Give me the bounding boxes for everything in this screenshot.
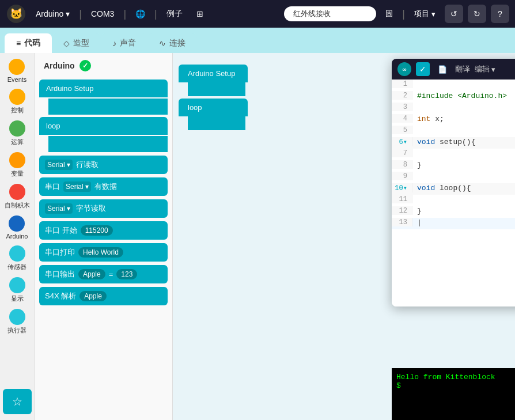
arduino-logo: ∞ (397, 62, 411, 76)
sidebar-label-arduino: Arduino (6, 233, 28, 240)
block-serial-readline[interactable]: Serial ▾ 行读取 (39, 156, 168, 174)
sidebar-item-arduino[interactable]: Arduino (6, 215, 28, 240)
print-value[interactable]: Hello World (78, 247, 123, 258)
block-serial-readbyte[interactable]: Serial ▾ 字节读取 (39, 199, 168, 218)
main-content: Events 控制 运算 变量 自制积木 Arduino 传感器 显示 (0, 53, 515, 420)
project-menu[interactable]: 项目 ▾ (410, 6, 440, 21)
translate-button[interactable]: 翻译 (455, 64, 470, 74)
output-val[interactable]: 123 (116, 269, 137, 279)
globe-icon: 🌐 (135, 9, 145, 18)
control-dot (9, 89, 25, 105)
search-bar[interactable]: 红外线接收 (284, 6, 376, 21)
output-label: 串口输出 (45, 269, 75, 279)
tab-sound[interactable]: ♪ 声音 (101, 33, 147, 53)
block-serial-hasdata[interactable]: 串口 Serial ▾ 有数据 (39, 177, 168, 196)
sidebar-item-events[interactable]: Events (7, 59, 27, 83)
serial-dropdown-2[interactable]: Serial ▾ (63, 181, 91, 192)
tab-bar: ≡ 代码 ◇ 造型 ♪ 声音 ∿ 连接 (0, 28, 515, 53)
sidebar-item-control[interactable]: 控制 (9, 89, 25, 115)
terminal-line-2: $ (396, 381, 515, 390)
code-line-10: 10▾ void loop(){ (392, 183, 515, 195)
example-label: 例子 (166, 9, 183, 19)
sidebar-label-variable: 变量 (11, 169, 24, 178)
separator-3: | (154, 8, 157, 20)
file-icon: 📄 (438, 65, 447, 74)
sidebar-item-display[interactable]: 显示 (9, 277, 25, 303)
arduino-menu[interactable]: Arduino ▾ (31, 7, 74, 21)
verify-button[interactable]: ✓ (416, 62, 430, 76)
sidebar-item-executor[interactable]: 执行器 (7, 309, 26, 335)
undo-button[interactable]: ↺ (445, 5, 463, 23)
output-var[interactable]: Apple (78, 269, 105, 279)
top-bar-right: 红外线接收 固 | 项目 ▾ ↺ ↻ ? (284, 5, 509, 23)
code-line-13: 13 | (392, 218, 515, 229)
sidebar-item-custom[interactable]: 自制积木 (5, 184, 30, 210)
bottom-sidebar-button[interactable]: ☆ (3, 389, 32, 414)
s4x-value[interactable]: Apple (79, 291, 107, 301)
com-port[interactable]: COM3 (86, 7, 119, 21)
sensor-dot (9, 245, 25, 262)
tab-connect-label: 连接 (169, 38, 185, 48)
puzzle-icon-btn[interactable]: ⊞ (192, 7, 208, 21)
code-line-12: 12 } (392, 206, 515, 218)
block-loop-body (48, 136, 168, 152)
sidebar-item-operator[interactable]: 运算 (9, 120, 25, 146)
sidebar-label-sensor: 传感器 (7, 263, 26, 271)
ws-block-loop[interactable]: loop (179, 99, 248, 116)
sidebar-item-variable[interactable]: 变量 (9, 152, 25, 178)
baud-value[interactable]: 115200 (81, 225, 113, 236)
redo-icon: ↻ (474, 9, 480, 18)
workspace-blocks: Arduino Setup loop (179, 65, 248, 130)
block-serial-print[interactable]: 串口打印 Hello World (39, 243, 168, 262)
fixed-label: 固 (381, 6, 397, 21)
arduino-arrow-icon: ▾ (66, 9, 70, 18)
begin-label: 串口 开始 (45, 225, 77, 236)
tab-connect-icon: ∿ (159, 39, 166, 48)
help-icon: ? (498, 9, 502, 18)
tab-code[interactable]: ≡ 代码 (5, 33, 52, 53)
code-panel: ∞ ✓ 📄 翻译 编辑 ▾ ↑ ✕ (392, 59, 515, 307)
sidebar-label-events: Events (7, 76, 27, 83)
code-line-11: 11 (392, 195, 515, 206)
block-s4x-parse[interactable]: S4X 解析 Apple (39, 287, 168, 305)
serial-dropdown-1[interactable]: Serial ▾ (45, 160, 73, 170)
terminal-line-1: Hello from Kittenblock (396, 373, 515, 381)
serial-dropdown-3[interactable]: Serial ▾ (45, 203, 73, 214)
tab-shape[interactable]: ◇ 造型 (52, 33, 101, 53)
edit-button[interactable]: 编辑 ▾ (475, 64, 495, 74)
events-dot (9, 59, 25, 75)
ws-block-setup[interactable]: Arduino Setup (179, 65, 248, 82)
redo-button[interactable]: ↻ (468, 5, 486, 23)
terminal[interactable]: Hello from Kittenblock $ (392, 368, 515, 420)
logo[interactable]: 🐱 (6, 3, 26, 24)
undo-icon: ↺ (450, 9, 457, 18)
code-line-5: 5 (392, 126, 515, 137)
code-line-9: 9 (392, 172, 515, 183)
tab-sound-icon: ♪ (112, 39, 116, 48)
block-serial-begin[interactable]: 串口 开始 115200 (39, 221, 168, 240)
separator-1: | (79, 8, 82, 20)
sidebar-label-custom: 自制积木 (5, 201, 30, 210)
readbyte-label: 字节读取 (76, 203, 106, 214)
workspace[interactable]: Arduino Setup loop ∞ ✓ 📄 翻译 编辑 ▾ (173, 53, 515, 420)
panel-title: Arduino ✓ (39, 58, 168, 76)
tab-sound-label: 声音 (120, 38, 136, 48)
custom-dot (9, 184, 25, 200)
example-menu[interactable]: 例子 (162, 6, 187, 21)
globe-button[interactable]: 🌐 (131, 7, 150, 21)
bottom-action-area: ☆ (3, 389, 32, 414)
sidebar: Events 控制 运算 变量 自制积木 Arduino 传感器 显示 (0, 53, 35, 420)
top-bar: 🐱 Arduino ▾ | COM3 | 🌐 | 例子 ⊞ 红外线接收 固 | … (0, 0, 515, 28)
code-line-4: 4 int x; (392, 114, 515, 126)
sidebar-item-sensor[interactable]: 传感器 (7, 245, 26, 271)
executor-dot (9, 309, 25, 325)
file-icon-btn[interactable]: 📄 (434, 64, 450, 75)
block-arduino-setup[interactable]: Arduino Setup (39, 80, 168, 97)
block-serial-output[interactable]: 串口输出 Apple = 123 (39, 265, 168, 283)
help-button[interactable]: ? (491, 5, 509, 23)
tab-connect[interactable]: ∿ 连接 (147, 33, 197, 53)
code-line-8: 8 } (392, 160, 515, 172)
code-editor[interactable]: 1 2 #include <Arduino.h> 3 4 int x; 5 (392, 80, 515, 307)
block-loop[interactable]: loop (39, 117, 168, 135)
block-setup-body (48, 99, 168, 115)
